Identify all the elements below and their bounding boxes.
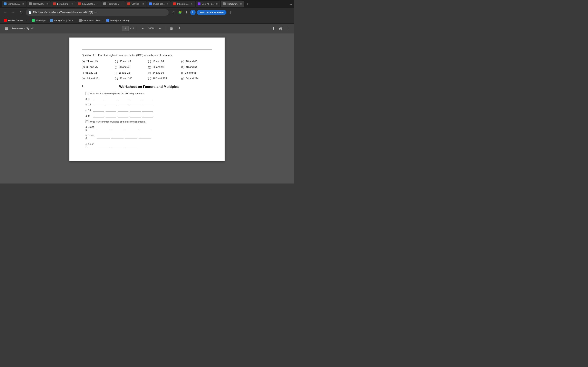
chrome-available-button[interactable]: New Chrome available [197,10,226,15]
hcf-letter-b: (b) [115,60,118,63]
blank-3-c[interactable] [118,109,129,112]
bookmark-whatsapp[interactable]: WhatsApp [30,18,48,22]
hcf-item-j: (j) 18 and 23 [115,71,146,74]
tab-homework2-close[interactable]: ✕ [120,2,123,5]
cm-blank-2-a[interactable] [111,127,123,130]
pdf-zoom-in-button[interactable]: + [157,26,163,31]
blank-5-b[interactable] [142,103,153,106]
question2-label: Question 2: [82,54,95,57]
url-bar[interactable]: 📄 File /Users/leylasafarova/Downloads/Ho… [26,9,169,16]
blank-5-c[interactable] [142,109,153,112]
blank-3-b[interactable] [118,103,129,106]
tab-managebac-close[interactable]: ✕ [22,2,25,5]
bookmark-characterai[interactable]: character.ai | Pers... [77,18,104,22]
blank-2-c[interactable] [105,109,116,112]
tab-homework1-close[interactable]: ✕ [46,2,49,5]
pdf-page-input[interactable] [122,26,129,31]
tab-leyla1[interactable]: Leyla Safa... ✕ [51,1,76,7]
untitled-favicon [127,2,130,5]
hcf-value-d: 18 and 45 [185,60,197,63]
hcf-item-i: (i) 56 and 72 [82,71,113,74]
tab-expand-button[interactable]: ⌄ [290,2,292,6]
download-icon[interactable]: ⬇ [184,10,189,15]
extensions-icon[interactable]: 🧩 [177,10,182,15]
pdf-zoom-out-button[interactable]: − [140,26,146,31]
tab-homework1[interactable]: Homewor... ✕ [27,1,51,7]
blank-1-a[interactable] [93,98,104,100]
cm-blank-3-c[interactable] [125,144,138,147]
blank-5-a[interactable] [142,98,153,100]
instruction2-text: Write four common multiples of the follo… [90,120,146,123]
blank-5-d[interactable] [142,115,153,117]
blank-1-d[interactable] [93,115,104,117]
tab-managebac[interactable]: ManageBa... ✕ [2,1,26,7]
cm-blank-2-c[interactable] [111,144,123,147]
inbox-favicon [173,2,176,5]
forward-button[interactable]: → [10,9,16,15]
blank-2-d[interactable] [105,115,116,117]
bookmark-managebac-label: ManageBac | Dash... [54,19,75,22]
pdf-print-button[interactable]: 🖨 [278,26,283,31]
section2-number: 2. [82,85,84,88]
cm-blank-4-b[interactable] [139,136,151,138]
instruction2-badge: 2 [86,120,88,123]
pdf-title: Homework (2).pdf [12,27,33,30]
cm-blank-3-a[interactable] [125,127,138,130]
cm-blank-1-b[interactable] [97,136,110,138]
hcf-letter-e: (e) [82,66,85,68]
tab-homework1-label: Homewor... [33,3,44,5]
tab-homework2[interactable]: Homewor... ✕ [101,1,125,7]
cm-blank-1-a[interactable] [97,127,110,130]
blank-2-a[interactable] [105,98,116,100]
blank-3-a[interactable] [118,98,129,100]
blank-2-b[interactable] [105,103,116,106]
tab-leyla1-close[interactable]: ✕ [71,2,74,5]
hcf-value-o: 180 and 225 [152,77,167,80]
pdf-more-button[interactable]: ⋮ [285,26,291,31]
blank-4-c[interactable] [130,109,141,112]
blank-4-d[interactable] [130,115,141,117]
new-tab-button[interactable]: + [245,1,251,7]
blank-1-c[interactable] [93,109,104,112]
tab-music[interactable]: music per... ✕ [147,1,171,7]
cm-blank-1-c[interactable] [97,144,110,147]
tab-ai-close[interactable]: ✕ [215,2,218,5]
blank-1-b[interactable] [93,103,104,106]
tab-music-close[interactable]: ✕ [166,2,169,5]
tab-leyla2-close[interactable]: ✕ [96,2,99,5]
blank-4-a[interactable] [130,98,141,100]
pdf-page: Question 2: Find the highest common fact… [69,38,225,161]
blank-4-b[interactable] [130,103,141,106]
bookmark-yandex[interactable]: Yandex Games —... [2,18,29,22]
pdf-download-button[interactable]: ⬇ [270,26,276,31]
homework-active-favicon [223,2,226,5]
tab-untitled-close[interactable]: ✕ [142,2,145,5]
tab-inbox[interactable]: Inbox (1,3... ✕ [171,1,195,7]
hcf-value-m: 66 and 121 [86,77,100,80]
pdf-rotate-button[interactable]: ↺ [176,26,182,31]
cm-blank-2-b[interactable] [111,136,123,138]
back-button[interactable]: ← [2,9,8,15]
profile-icon[interactable]: L [190,10,196,15]
tab-ai[interactable]: Best AI Ho... ✕ [196,1,220,7]
tab-untitled[interactable]: Untitled - ✕ [125,1,147,7]
bookmark-beetlejuice[interactable]: beetlejuice – Goog... [105,18,132,22]
tab-leyla2[interactable]: Leyla Safa... ✕ [76,1,101,7]
cm-blank-4-a[interactable] [139,127,151,130]
cm-blank-3-b[interactable] [125,136,138,138]
pdf-menu-button[interactable]: ☰ [3,25,10,32]
hcf-item-a: (a) 21 and 49 [82,60,113,63]
hcf-value-c: 18 and 24 [152,60,164,63]
tab-homework-active[interactable]: Homewor... ✕ [221,1,244,7]
cm-label-a: a. 4 and 5 [86,125,96,131]
bookmark-whatsapp-label: WhatsApp [35,19,46,22]
tab-homework-active-close[interactable]: ✕ [240,2,242,5]
reload-button[interactable]: ↻ [18,9,24,15]
more-options-icon[interactable]: ⋮ [228,10,233,15]
bookmark-star-icon[interactable]: ☆ [171,10,176,15]
bookmark-managebac[interactable]: ManageBac | Dash... [48,18,76,22]
blank-3-d[interactable] [118,115,129,117]
pdf-fit-page-button[interactable]: ⊡ [169,26,174,31]
tab-inbox-close[interactable]: ✕ [190,2,193,5]
managebac-bookmark-icon [50,19,53,22]
